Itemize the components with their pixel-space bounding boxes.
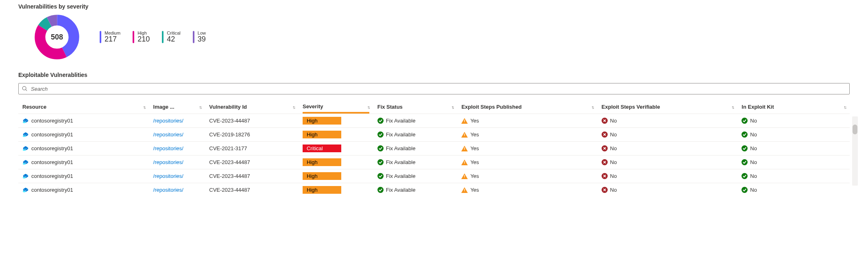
container-registry-icon: [22, 173, 29, 179]
severity-badge: Critical: [303, 145, 341, 152]
legend-item-critical[interactable]: Critical 42: [162, 31, 181, 44]
column-vulnId[interactable]: Vulnerability Id↑↓: [205, 100, 299, 114]
search-input[interactable]: [30, 85, 846, 92]
sort-icon[interactable]: ↑↓: [591, 105, 593, 109]
legend-item-medium[interactable]: Medium 217: [100, 31, 120, 44]
sort-icon[interactable]: ↑↓: [731, 105, 733, 109]
fix-status: Fix Available: [386, 118, 416, 124]
exploit-verifiable: No: [610, 187, 617, 193]
warning-icon: [461, 146, 468, 151]
fix-status: Fix Available: [386, 145, 416, 151]
sort-icon[interactable]: ↑↓: [367, 105, 369, 109]
column-published[interactable]: Exploit Steps Published↑↓: [457, 100, 597, 114]
legend-item-high[interactable]: High 210: [133, 31, 150, 44]
image-link[interactable]: /repositories/: [153, 173, 183, 179]
table-row[interactable]: contosoregistry01 /repositories/ CVE-202…: [18, 155, 850, 169]
warning-icon: [461, 118, 468, 124]
legend-value: 210: [137, 35, 150, 44]
warning-icon: [461, 160, 468, 165]
image-link[interactable]: /repositories/: [153, 118, 183, 124]
legend-color-bar: [193, 31, 194, 43]
in-exploit-kit: No: [750, 131, 757, 138]
resource-name: contosoregistry01: [31, 187, 73, 193]
column-kit[interactable]: In Exploit Kit↑↓: [737, 100, 850, 114]
exploit-published: Yes: [470, 173, 479, 179]
legend-color-bar: [162, 31, 164, 43]
vuln-id: CVE-2019-18276: [205, 128, 299, 142]
severity-summary: 508 Medium 217 High 210 Critical 42 Low …: [18, 15, 850, 59]
donut-total: 508: [51, 33, 63, 42]
container-registry-icon: [22, 132, 29, 138]
severity-badge: High: [303, 158, 341, 166]
exploit-verifiable: No: [610, 173, 617, 179]
scrollbar-thumb[interactable]: [853, 125, 857, 134]
column-verifiable[interactable]: Exploit Steps Verifiable↑↓: [598, 100, 737, 114]
exploit-verifiable: No: [610, 131, 617, 138]
check-icon: [377, 131, 384, 138]
svg-point-8: [23, 121, 26, 123]
table-row[interactable]: contosoregistry01 /repositories/ CVE-202…: [18, 169, 850, 183]
in-exploit-kit: No: [750, 173, 757, 179]
sort-icon[interactable]: ↑↓: [199, 105, 201, 109]
check-icon: [742, 187, 748, 193]
container-registry-icon: [22, 118, 29, 124]
table-row[interactable]: contosoregistry01 /repositories/ CVE-202…: [18, 114, 850, 128]
sort-icon[interactable]: ↑↓: [451, 105, 453, 109]
cross-icon: [602, 145, 608, 151]
svg-point-12: [23, 177, 26, 178]
svg-point-9: [23, 135, 26, 137]
resource-name: contosoregistry01: [31, 159, 73, 165]
search-box[interactable]: [18, 83, 850, 94]
fix-status: Fix Available: [386, 173, 416, 179]
legend-color-bar: [100, 31, 101, 43]
table-row[interactable]: contosoregistry01 /repositories/ CVE-202…: [18, 142, 850, 155]
cross-icon: [602, 159, 608, 165]
sort-icon[interactable]: ↑↓: [292, 105, 294, 109]
container-registry-icon: [22, 146, 29, 151]
column-resource[interactable]: Resource↑↓: [18, 100, 149, 114]
severity-section-title: Vulnerabilities by severity: [18, 3, 850, 10]
legend: Medium 217 High 210 Critical 42 Low 39: [100, 31, 206, 44]
image-link[interactable]: /repositories/: [153, 187, 183, 193]
image-link[interactable]: /repositories/: [153, 159, 183, 165]
in-exploit-kit: No: [750, 118, 757, 124]
vuln-id: CVE-2021-3177: [205, 142, 299, 155]
exploit-verifiable: No: [610, 118, 617, 124]
image-link[interactable]: /repositories/: [153, 145, 183, 151]
vuln-id: CVE-2023-44487: [205, 169, 299, 183]
svg-point-6: [22, 86, 26, 90]
check-icon: [377, 159, 384, 165]
vuln-table: Resource↑↓Image ...↑↓Vulnerability Id↑↓S…: [18, 100, 850, 197]
image-link[interactable]: /repositories/: [153, 131, 183, 138]
column-image[interactable]: Image ...↑↓: [149, 100, 205, 114]
warning-icon: [461, 187, 468, 193]
vuln-id: CVE-2023-44487: [205, 114, 299, 128]
column-fix[interactable]: Fix Status↑↓: [373, 100, 458, 114]
legend-item-low[interactable]: Low 39: [193, 31, 206, 44]
vuln-id: CVE-2023-44487: [205, 183, 299, 197]
check-icon: [742, 131, 748, 138]
cross-icon: [602, 131, 608, 138]
check-icon: [377, 145, 384, 151]
table-row[interactable]: contosoregistry01 /repositories/ CVE-201…: [18, 128, 850, 142]
legend-value: 39: [198, 35, 206, 44]
resource-name: contosoregistry01: [31, 173, 73, 179]
legend-value: 217: [105, 35, 120, 44]
cross-icon: [602, 118, 608, 124]
resource-name: contosoregistry01: [31, 118, 73, 124]
in-exploit-kit: No: [750, 159, 757, 165]
container-registry-icon: [22, 160, 29, 165]
resource-name: contosoregistry01: [31, 131, 73, 138]
check-icon: [742, 173, 748, 179]
in-exploit-kit: No: [750, 145, 757, 151]
cross-icon: [602, 173, 608, 179]
table-row[interactable]: contosoregistry01 /repositories/ CVE-202…: [18, 183, 850, 197]
severity-badge: High: [303, 186, 341, 194]
column-severity[interactable]: Severity↑↓: [299, 100, 373, 114]
sort-icon[interactable]: ↑↓: [844, 105, 846, 109]
sort-icon[interactable]: ↑↓: [143, 105, 145, 109]
table-section-title: Exploitable Vulnerablities: [18, 72, 850, 78]
check-icon: [742, 145, 748, 151]
container-registry-icon: [22, 187, 29, 193]
exploit-published: Yes: [470, 131, 479, 138]
